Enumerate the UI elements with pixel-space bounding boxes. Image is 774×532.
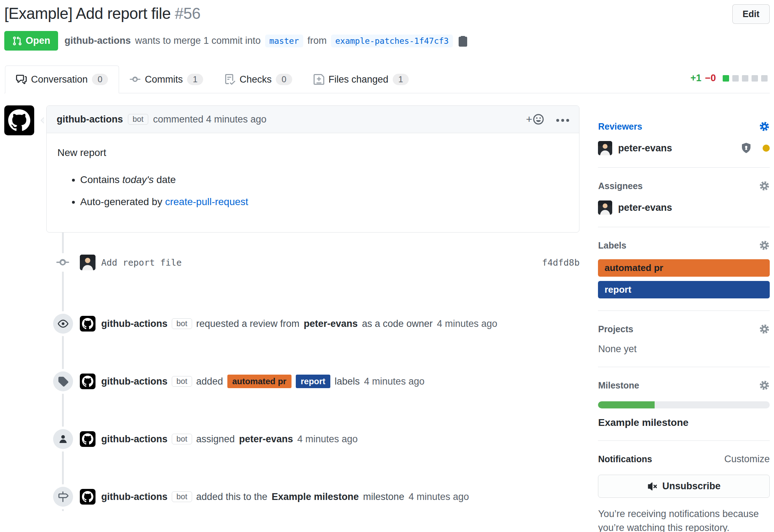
notifications-section: Notifications Customize Unsubscribe You’… (598, 441, 770, 532)
label-report[interactable]: report (598, 281, 770, 298)
copy-branch-button[interactable] (457, 35, 469, 47)
edit-button[interactable]: Edit (732, 4, 770, 24)
pr-title-text: [Example] Add report file (4, 5, 171, 22)
add-reaction-button[interactable]: + (526, 114, 545, 125)
pull-request-page: [Example] Add report file #56 Edit Open … (0, 0, 774, 532)
reviewer-name[interactable]: peter-evans (618, 143, 672, 154)
label-report[interactable]: report (296, 375, 330, 388)
event-target-user[interactable]: peter-evans (304, 318, 358, 329)
pr-sidebar: Reviewers peter-evans Assignees (598, 105, 770, 532)
reviewer-row: peter-evans (598, 141, 770, 155)
event-time[interactable]: 4 minutes ago (364, 376, 425, 387)
bot-badge: bot (172, 376, 192, 387)
comment-actions: + (526, 114, 569, 125)
pr-number: #56 (175, 5, 201, 22)
tab-count: 0 (92, 74, 108, 85)
milestone-name-link[interactable]: Example milestone (598, 417, 770, 428)
tab-label: Files changed (329, 74, 388, 85)
gear-icon[interactable] (759, 324, 770, 334)
git-commit-icon (130, 74, 140, 85)
event-author[interactable]: github-actions (101, 376, 167, 387)
event-time[interactable]: 4 minutes ago (437, 318, 497, 329)
tab-count: 0 (276, 74, 292, 85)
smiley-icon (533, 114, 544, 125)
comment-body: New report Contains today's date Auto-ge… (47, 133, 579, 232)
page-title: [Example] Add report file #56 (4, 4, 201, 23)
octocat-icon (8, 109, 30, 131)
milestone-icon (53, 487, 73, 507)
pr-description-comment: github-actions bot commented 4 minutes a… (46, 105, 579, 233)
timeline-event-assigned: github-actions bot assigned peter-evans … (4, 431, 579, 447)
tab-files-changed[interactable]: Files changed 1 (303, 66, 419, 93)
commit-message[interactable]: Add report file (101, 257, 182, 268)
assignee-name[interactable]: peter-evans (618, 202, 672, 213)
notifications-note: You’re receiving notifications because y… (598, 507, 770, 532)
event-text: added this to the (196, 491, 268, 502)
create-pull-request-link[interactable]: create-pull-request (165, 196, 248, 207)
eye-icon (53, 314, 73, 334)
gear-icon[interactable] (759, 121, 770, 132)
shield-lock-icon (741, 142, 752, 154)
comment-author[interactable]: github-actions (57, 114, 123, 125)
event-author[interactable]: github-actions (101, 318, 167, 329)
timeline-event-milestoned: github-actions bot added this to the Exa… (4, 489, 579, 505)
gear-icon[interactable] (759, 240, 770, 251)
bot-badge: bot (128, 114, 148, 125)
event-author[interactable]: github-actions (101, 434, 167, 445)
base-branch-label[interactable]: master (265, 35, 303, 47)
event-avatar[interactable] (80, 489, 96, 505)
event-author[interactable]: github-actions (101, 491, 167, 502)
pr-author[interactable]: github-actions (64, 35, 131, 46)
comment-text: New report (57, 145, 568, 160)
gear-icon[interactable] (759, 181, 770, 191)
kebab-menu-button[interactable] (556, 117, 569, 122)
tag-icon (53, 371, 73, 391)
tab-label: Checks (239, 74, 272, 85)
diff-block (752, 75, 758, 82)
label-automated-pr[interactable]: automated pr (227, 375, 291, 388)
mute-icon (647, 481, 658, 492)
event-target-user[interactable]: peter-evans (239, 434, 293, 445)
commit-author-avatar[interactable] (80, 255, 96, 270)
label-automated-pr[interactable]: automated pr (598, 259, 770, 277)
notifications-heading: Notifications (598, 454, 652, 464)
event-avatar[interactable] (80, 316, 96, 332)
milestone-heading: Milestone (598, 380, 639, 391)
avatar[interactable] (598, 141, 612, 155)
open-status-badge: Open (4, 31, 58, 51)
tab-count: 1 (393, 74, 409, 85)
diff-block (761, 75, 768, 82)
tab-checks[interactable]: Checks 0 (214, 66, 303, 93)
commit-row[interactable]: Add report file f4dfd8b (4, 233, 579, 274)
avatar[interactable] (598, 200, 612, 215)
event-avatar[interactable] (80, 374, 96, 389)
bot-badge: bot (172, 491, 192, 502)
pr-meta: Open github-actions wants to merge 1 com… (4, 31, 770, 51)
timeline-event-review-requested: github-actions bot requested a review fr… (4, 316, 579, 332)
customize-link[interactable]: Customize (724, 454, 770, 465)
tab-conversation[interactable]: Conversation 0 (5, 66, 119, 93)
pending-review-dot (763, 145, 770, 152)
tab-commits[interactable]: Commits 1 (119, 66, 214, 93)
git-commit-icon (53, 253, 72, 272)
head-branch-label[interactable]: example-patches-1f47cf3 (331, 35, 453, 47)
tab-count: 1 (187, 74, 203, 85)
event-target-milestone[interactable]: Example milestone (272, 491, 359, 502)
comment-author-avatar[interactable] (4, 105, 34, 135)
tab-label: Conversation (31, 74, 88, 85)
deletions-count: −0 (705, 73, 716, 84)
gear-icon[interactable] (759, 380, 770, 391)
event-avatar[interactable] (80, 431, 96, 447)
state-label: Open (26, 35, 50, 46)
pr-tabs: Conversation 0 Commits 1 Checks 0 Files … (4, 66, 770, 93)
comment-bullet-2: Auto-generated by create-pull-request (80, 194, 568, 209)
event-time[interactable]: 4 minutes ago (297, 434, 358, 445)
commit-sha[interactable]: f4dfd8b (542, 257, 579, 268)
tab-label: Commits (145, 74, 183, 85)
reviewers-heading[interactable]: Reviewers (598, 121, 642, 132)
unsubscribe-button[interactable]: Unsubscribe (598, 475, 770, 498)
merge-action-text: wants to merge 1 commit into (135, 35, 261, 46)
event-time[interactable]: 4 minutes ago (408, 491, 469, 502)
person-icon (53, 429, 73, 449)
projects-empty-text: None yet (598, 344, 770, 355)
